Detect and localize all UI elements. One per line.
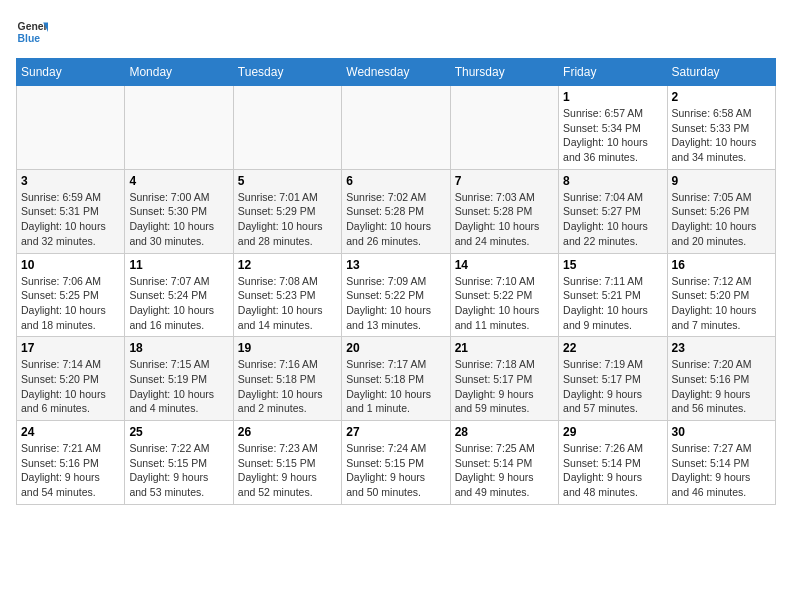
calendar-body: 1Sunrise: 6:57 AM Sunset: 5:34 PM Daylig… <box>17 86 776 505</box>
calendar-cell: 30Sunrise: 7:27 AM Sunset: 5:14 PM Dayli… <box>667 421 775 505</box>
day-info: Sunrise: 7:05 AM Sunset: 5:26 PM Dayligh… <box>672 190 771 249</box>
calendar-cell: 3Sunrise: 6:59 AM Sunset: 5:31 PM Daylig… <box>17 169 125 253</box>
calendar-cell <box>342 86 450 170</box>
day-number: 9 <box>672 174 771 188</box>
calendar-cell: 9Sunrise: 7:05 AM Sunset: 5:26 PM Daylig… <box>667 169 775 253</box>
calendar-cell: 12Sunrise: 7:08 AM Sunset: 5:23 PM Dayli… <box>233 253 341 337</box>
day-info: Sunrise: 6:57 AM Sunset: 5:34 PM Dayligh… <box>563 106 662 165</box>
day-number: 14 <box>455 258 554 272</box>
day-number: 28 <box>455 425 554 439</box>
day-number: 30 <box>672 425 771 439</box>
day-info: Sunrise: 7:26 AM Sunset: 5:14 PM Dayligh… <box>563 441 662 500</box>
day-number: 24 <box>21 425 120 439</box>
calendar-cell: 1Sunrise: 6:57 AM Sunset: 5:34 PM Daylig… <box>559 86 667 170</box>
calendar-cell: 5Sunrise: 7:01 AM Sunset: 5:29 PM Daylig… <box>233 169 341 253</box>
day-info: Sunrise: 7:20 AM Sunset: 5:16 PM Dayligh… <box>672 357 771 416</box>
day-number: 15 <box>563 258 662 272</box>
calendar-table: SundayMondayTuesdayWednesdayThursdayFrid… <box>16 58 776 505</box>
calendar-cell: 23Sunrise: 7:20 AM Sunset: 5:16 PM Dayli… <box>667 337 775 421</box>
calendar-week-row: 3Sunrise: 6:59 AM Sunset: 5:31 PM Daylig… <box>17 169 776 253</box>
day-info: Sunrise: 7:07 AM Sunset: 5:24 PM Dayligh… <box>129 274 228 333</box>
day-header-thursday: Thursday <box>450 59 558 86</box>
day-info: Sunrise: 7:23 AM Sunset: 5:15 PM Dayligh… <box>238 441 337 500</box>
calendar-week-row: 1Sunrise: 6:57 AM Sunset: 5:34 PM Daylig… <box>17 86 776 170</box>
day-number: 25 <box>129 425 228 439</box>
calendar-cell: 11Sunrise: 7:07 AM Sunset: 5:24 PM Dayli… <box>125 253 233 337</box>
calendar-cell: 16Sunrise: 7:12 AM Sunset: 5:20 PM Dayli… <box>667 253 775 337</box>
day-info: Sunrise: 7:21 AM Sunset: 5:16 PM Dayligh… <box>21 441 120 500</box>
day-number: 3 <box>21 174 120 188</box>
logo: General Blue <box>16 16 48 48</box>
day-number: 27 <box>346 425 445 439</box>
day-info: Sunrise: 7:19 AM Sunset: 5:17 PM Dayligh… <box>563 357 662 416</box>
svg-text:General: General <box>18 21 48 32</box>
day-info: Sunrise: 7:15 AM Sunset: 5:19 PM Dayligh… <box>129 357 228 416</box>
day-number: 2 <box>672 90 771 104</box>
day-number: 20 <box>346 341 445 355</box>
day-number: 22 <box>563 341 662 355</box>
day-number: 17 <box>21 341 120 355</box>
day-info: Sunrise: 7:03 AM Sunset: 5:28 PM Dayligh… <box>455 190 554 249</box>
calendar-cell: 6Sunrise: 7:02 AM Sunset: 5:28 PM Daylig… <box>342 169 450 253</box>
calendar-week-row: 17Sunrise: 7:14 AM Sunset: 5:20 PM Dayli… <box>17 337 776 421</box>
day-number: 23 <box>672 341 771 355</box>
day-info: Sunrise: 7:25 AM Sunset: 5:14 PM Dayligh… <box>455 441 554 500</box>
day-info: Sunrise: 7:08 AM Sunset: 5:23 PM Dayligh… <box>238 274 337 333</box>
calendar-week-row: 24Sunrise: 7:21 AM Sunset: 5:16 PM Dayli… <box>17 421 776 505</box>
day-info: Sunrise: 7:18 AM Sunset: 5:17 PM Dayligh… <box>455 357 554 416</box>
calendar-cell: 29Sunrise: 7:26 AM Sunset: 5:14 PM Dayli… <box>559 421 667 505</box>
calendar-cell: 27Sunrise: 7:24 AM Sunset: 5:15 PM Dayli… <box>342 421 450 505</box>
day-header-friday: Friday <box>559 59 667 86</box>
day-number: 16 <box>672 258 771 272</box>
day-number: 11 <box>129 258 228 272</box>
day-info: Sunrise: 7:00 AM Sunset: 5:30 PM Dayligh… <box>129 190 228 249</box>
calendar-cell: 4Sunrise: 7:00 AM Sunset: 5:30 PM Daylig… <box>125 169 233 253</box>
day-number: 5 <box>238 174 337 188</box>
page-header: General Blue <box>16 16 776 48</box>
day-number: 1 <box>563 90 662 104</box>
day-info: Sunrise: 7:11 AM Sunset: 5:21 PM Dayligh… <box>563 274 662 333</box>
day-info: Sunrise: 7:16 AM Sunset: 5:18 PM Dayligh… <box>238 357 337 416</box>
day-number: 19 <box>238 341 337 355</box>
calendar-cell: 21Sunrise: 7:18 AM Sunset: 5:17 PM Dayli… <box>450 337 558 421</box>
day-info: Sunrise: 7:10 AM Sunset: 5:22 PM Dayligh… <box>455 274 554 333</box>
day-number: 13 <box>346 258 445 272</box>
calendar-header-row: SundayMondayTuesdayWednesdayThursdayFrid… <box>17 59 776 86</box>
calendar-cell <box>233 86 341 170</box>
calendar-cell: 28Sunrise: 7:25 AM Sunset: 5:14 PM Dayli… <box>450 421 558 505</box>
calendar-cell: 26Sunrise: 7:23 AM Sunset: 5:15 PM Dayli… <box>233 421 341 505</box>
calendar-cell: 18Sunrise: 7:15 AM Sunset: 5:19 PM Dayli… <box>125 337 233 421</box>
day-header-monday: Monday <box>125 59 233 86</box>
calendar-cell: 19Sunrise: 7:16 AM Sunset: 5:18 PM Dayli… <box>233 337 341 421</box>
day-header-saturday: Saturday <box>667 59 775 86</box>
calendar-cell: 8Sunrise: 7:04 AM Sunset: 5:27 PM Daylig… <box>559 169 667 253</box>
day-info: Sunrise: 7:27 AM Sunset: 5:14 PM Dayligh… <box>672 441 771 500</box>
calendar-cell <box>125 86 233 170</box>
day-header-wednesday: Wednesday <box>342 59 450 86</box>
calendar-cell <box>450 86 558 170</box>
day-info: Sunrise: 7:22 AM Sunset: 5:15 PM Dayligh… <box>129 441 228 500</box>
day-info: Sunrise: 6:58 AM Sunset: 5:33 PM Dayligh… <box>672 106 771 165</box>
day-number: 4 <box>129 174 228 188</box>
calendar-cell <box>17 86 125 170</box>
day-info: Sunrise: 7:06 AM Sunset: 5:25 PM Dayligh… <box>21 274 120 333</box>
svg-text:Blue: Blue <box>18 33 41 44</box>
day-header-tuesday: Tuesday <box>233 59 341 86</box>
day-info: Sunrise: 7:24 AM Sunset: 5:15 PM Dayligh… <box>346 441 445 500</box>
day-info: Sunrise: 7:04 AM Sunset: 5:27 PM Dayligh… <box>563 190 662 249</box>
day-number: 29 <box>563 425 662 439</box>
day-info: Sunrise: 7:12 AM Sunset: 5:20 PM Dayligh… <box>672 274 771 333</box>
day-info: Sunrise: 6:59 AM Sunset: 5:31 PM Dayligh… <box>21 190 120 249</box>
day-number: 8 <box>563 174 662 188</box>
day-info: Sunrise: 7:09 AM Sunset: 5:22 PM Dayligh… <box>346 274 445 333</box>
day-number: 26 <box>238 425 337 439</box>
day-number: 21 <box>455 341 554 355</box>
calendar-cell: 14Sunrise: 7:10 AM Sunset: 5:22 PM Dayli… <box>450 253 558 337</box>
day-number: 10 <box>21 258 120 272</box>
calendar-cell: 24Sunrise: 7:21 AM Sunset: 5:16 PM Dayli… <box>17 421 125 505</box>
day-number: 7 <box>455 174 554 188</box>
calendar-cell: 20Sunrise: 7:17 AM Sunset: 5:18 PM Dayli… <box>342 337 450 421</box>
calendar-cell: 22Sunrise: 7:19 AM Sunset: 5:17 PM Dayli… <box>559 337 667 421</box>
day-number: 6 <box>346 174 445 188</box>
calendar-cell: 7Sunrise: 7:03 AM Sunset: 5:28 PM Daylig… <box>450 169 558 253</box>
